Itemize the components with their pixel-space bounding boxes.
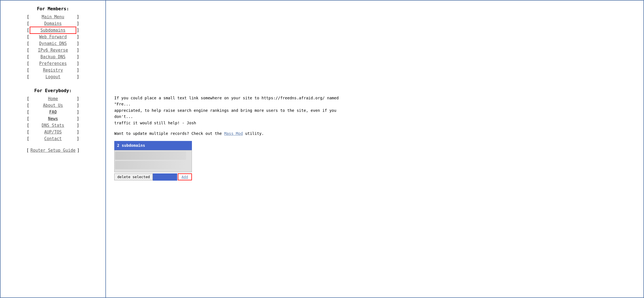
right-bracket: ] bbox=[75, 110, 81, 115]
left-bracket: [ bbox=[25, 54, 31, 59]
nav-item-news: [ News ] bbox=[1, 115, 105, 122]
right-bracket: ] bbox=[75, 21, 81, 26]
registry-link[interactable]: Registry bbox=[31, 68, 75, 73]
right-bracket: ] bbox=[75, 54, 81, 59]
aup-tos-link[interactable]: AUP/TOS bbox=[31, 130, 75, 135]
members-section-title: For Members: bbox=[1, 3, 105, 14]
main-content: If you could place a small text link som… bbox=[106, 1, 643, 297]
left-bracket: [ bbox=[25, 110, 31, 115]
nav-item-subdomains: [ Subdomains ] bbox=[1, 27, 105, 34]
left-bracket: [ bbox=[25, 21, 31, 26]
subdomains-list bbox=[114, 150, 192, 172]
nav-item-preferences: [ Preferences ] bbox=[1, 60, 105, 67]
right-bracket: ] bbox=[75, 41, 81, 46]
news-link[interactable]: News bbox=[31, 116, 75, 121]
nav-item-web-forward: [ Web Forward ] bbox=[1, 34, 105, 40]
members-nav-list: [ Main Menu ] [ Domains ] [ Subdomains ]… bbox=[1, 14, 105, 80]
left-bracket: [ bbox=[25, 14, 31, 19]
left-bracket: [ bbox=[25, 96, 31, 101]
nav-item-dns-stats: [ DNS Stats ] bbox=[1, 122, 105, 129]
router-setup-guide-link[interactable]: Router Setup Guide bbox=[31, 148, 76, 153]
right-bracket: ] bbox=[75, 116, 81, 121]
mass-mod-text: Want to update multiple records? Check o… bbox=[114, 130, 342, 137]
nav-item-ipv6-reverse: [ IPv6 Reverse ] bbox=[1, 47, 105, 54]
preferences-link[interactable]: Preferences bbox=[31, 61, 75, 66]
right-bracket: ] bbox=[75, 48, 81, 53]
left-bracket: [ bbox=[25, 68, 31, 73]
nav-item-domains: [ Domains ] bbox=[1, 20, 105, 27]
right-bracket: ] bbox=[75, 136, 81, 141]
contact-link[interactable]: Contact bbox=[31, 136, 75, 141]
nav-item-aup-tos: [ AUP/TOS ] bbox=[1, 129, 105, 135]
mass-mod-link[interactable]: Mass Mod bbox=[224, 131, 243, 136]
left-bracket: [ bbox=[25, 48, 31, 53]
about-us-link[interactable]: About Us bbox=[31, 103, 75, 108]
left-bracket: [ bbox=[25, 123, 31, 128]
left-bracket: [ bbox=[25, 148, 31, 153]
nav-item-dynamic-dns: [ Dynamic DNS ] bbox=[1, 40, 105, 47]
sidebar: For Members: [ Main Menu ] [ Domains ] [… bbox=[1, 1, 106, 297]
info-text-block: If you could place a small text link som… bbox=[114, 95, 342, 181]
backup-dns-link[interactable]: Backup DNS bbox=[31, 54, 75, 59]
right-bracket: ] bbox=[75, 103, 81, 108]
right-bracket: ] bbox=[75, 34, 81, 39]
left-bracket: [ bbox=[25, 61, 31, 66]
subdomains-actions: delete selected Add bbox=[114, 173, 192, 181]
logout-link[interactable]: Logout bbox=[31, 74, 75, 79]
right-bracket: ] bbox=[75, 130, 81, 135]
delete-selected-button[interactable]: delete selected bbox=[114, 173, 153, 180]
nav-item-main-menu: [ Main Menu ] bbox=[1, 14, 105, 20]
home-link[interactable]: Home bbox=[31, 96, 75, 101]
right-bracket: ] bbox=[75, 96, 81, 101]
right-bracket: ] bbox=[75, 148, 81, 153]
nav-item-faq: [ FAQ ] bbox=[1, 109, 105, 115]
right-bracket: ] bbox=[75, 68, 81, 73]
everybody-nav-list: [ Home ] [ About Us ] [ FAQ ] [ News ] [ bbox=[1, 95, 105, 142]
right-bracket: ] bbox=[75, 61, 81, 66]
left-bracket: [ bbox=[25, 116, 31, 121]
domains-link[interactable]: Domains bbox=[31, 21, 75, 26]
subdomain-row-2[interactable] bbox=[115, 161, 186, 169]
dynamic-dns-link[interactable]: Dynamic DNS bbox=[31, 41, 75, 46]
ipv6-reverse-link[interactable]: IPv6 Reverse bbox=[31, 48, 75, 53]
nav-item-home: [ Home ] bbox=[1, 95, 105, 102]
subdomains-link[interactable]: Subdomains bbox=[31, 28, 75, 33]
web-forward-link[interactable]: Web Forward bbox=[31, 34, 75, 39]
info-line-1: If you could place a small text link som… bbox=[114, 95, 342, 126]
nav-item-about-us: [ About Us ] bbox=[1, 102, 105, 109]
nav-item-backup-dns: [ Backup DNS ] bbox=[1, 54, 105, 60]
left-bracket: [ bbox=[25, 130, 31, 135]
right-bracket: ] bbox=[75, 123, 81, 128]
main-menu-link[interactable]: Main Menu bbox=[31, 14, 75, 19]
faq-link[interactable]: FAQ bbox=[31, 110, 75, 115]
subdomains-header: 2 subdomains bbox=[114, 141, 192, 150]
add-button[interactable]: Add bbox=[178, 173, 192, 180]
dns-stats-link[interactable]: DNS Stats bbox=[31, 123, 75, 128]
right-bracket: ] bbox=[75, 28, 81, 33]
left-bracket: [ bbox=[25, 34, 31, 39]
nav-item-router-setup: [ Router Setup Guide ] bbox=[1, 147, 105, 154]
nav-item-contact: [ Contact ] bbox=[1, 135, 105, 142]
right-bracket: ] bbox=[75, 74, 81, 79]
left-bracket: [ bbox=[25, 41, 31, 46]
nav-item-logout: [ Logout ] bbox=[1, 74, 105, 80]
subdomain-row-1[interactable] bbox=[115, 151, 186, 160]
left-bracket: [ bbox=[25, 103, 31, 108]
right-bracket: ] bbox=[75, 14, 81, 19]
nav-item-registry: [ Registry ] bbox=[1, 67, 105, 74]
left-bracket: [ bbox=[25, 74, 31, 79]
blue-spacer bbox=[153, 173, 177, 181]
left-bracket: [ bbox=[25, 28, 31, 33]
left-bracket: [ bbox=[25, 136, 31, 141]
everybody-section-title: For Everybody: bbox=[1, 85, 105, 95]
subdomains-box: 2 subdomains delete selected Add bbox=[114, 141, 192, 180]
extra-nav-list: [ Router Setup Guide ] bbox=[1, 147, 105, 154]
